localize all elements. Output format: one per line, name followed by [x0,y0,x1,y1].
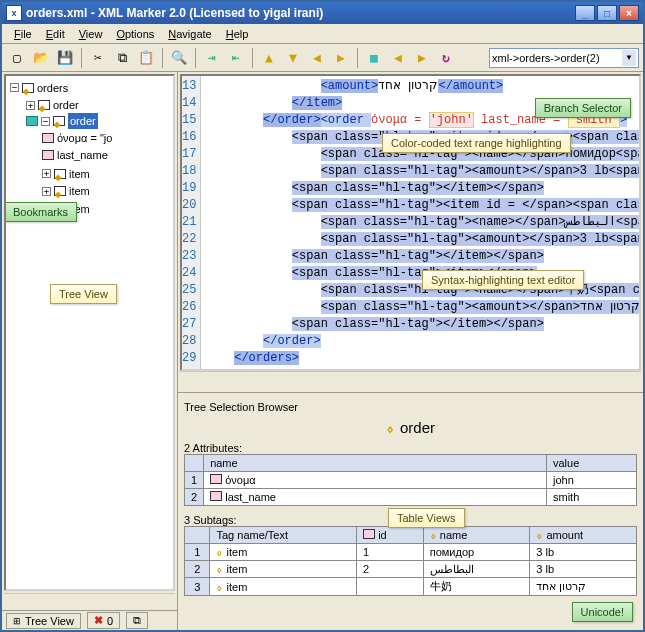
tag-icon: ⬨ [216,581,223,593]
menubar: File Edit View Options Navigate Help [2,24,643,44]
cut-icon[interactable]: ✂ [87,47,109,69]
callout-branch-selector: Branch Selector [535,98,631,118]
tree-scrollbar[interactable] [4,593,175,610]
col-name[interactable]: ⬨ name [423,527,530,544]
menu-edit[interactable]: Edit [40,26,71,42]
table-row: 1⬨ item1помидор3 lb [185,544,637,561]
next-bookmark-icon[interactable]: ▶ [411,47,433,69]
errors-count: 0 [107,615,113,627]
expand-icon[interactable]: + [42,169,51,178]
tag-icon: ◆ [54,169,66,179]
tag-icon: ◆ [54,186,66,196]
callout-table-views: Table Views [388,508,465,528]
tag-icon: ⬨ [386,420,394,436]
code-editor[interactable]: 13 14 15 16 17 18 19 20 21 22 23 24 25 2… [180,74,641,371]
line-gutter: 13 14 15 16 17 18 19 20 21 22 23 24 25 2… [182,76,201,369]
minimize-button[interactable]: _ [575,5,595,21]
attr-icon [42,150,54,160]
errors-tab[interactable]: ✖0 [87,612,120,629]
branch-selector-text: xml->orders->order(2) [492,52,600,64]
callout-treeview: Tree View [50,284,117,304]
table-row: 1 όνομαjohn [185,472,637,489]
paste-icon[interactable]: 📋 [135,47,157,69]
table-row: 3⬨ item牛奶קרטון אחד [185,578,637,596]
tag-icon: ⬨ [536,529,543,541]
menu-view[interactable]: View [73,26,109,42]
new-icon[interactable]: ▢ [6,47,28,69]
callout-color-highlighting: Color-coded text range highlighting [382,133,571,153]
window-title: orders.xml - XML Marker 2.0 (Licensed to… [26,6,323,20]
expand-icon[interactable]: + [42,187,51,196]
attr-icon [210,491,222,501]
col-amount[interactable]: ⬨ amount [530,527,637,544]
tree-node-item[interactable]: item [69,183,90,199]
copy-icon[interactable]: ⧉ [111,47,133,69]
col-id[interactable]: id [357,527,424,544]
tree-attr[interactable]: όνομα = "jo [57,130,112,146]
tree-attr[interactable]: last_name [57,147,108,163]
treeview-tab-label: Tree View [25,615,74,627]
tree-node-item[interactable]: item [69,166,90,182]
selection-browser: Tree Selection Browser ⬨order 2 Attribut… [178,392,643,630]
chevron-down-icon[interactable]: ▼ [622,50,636,66]
collapse-icon[interactable]: − [10,83,19,92]
subtags-table[interactable]: Tag name/Text id ⬨ name ⬨ amount 1⬨ item… [184,526,637,596]
callout-bookmarks: Bookmarks [4,202,77,222]
indent-icon[interactable]: ⇥ [201,47,223,69]
app-icon: x [6,5,22,21]
callout-syntax-editor: Syntax-highlighting text editor [422,270,584,290]
toolbar: ▢ 📂 💾 ✂ ⧉ 📋 🔍 ⇥ ⇤ ▲ ▼ ◀ ▶ ■ ◀ ▶ ↻ xml->o… [2,44,643,72]
nav-down-icon[interactable]: ▼ [282,47,304,69]
open-icon[interactable]: 📂 [30,47,52,69]
bookmark-marker-icon [26,116,38,126]
selection-heading: order [400,419,435,436]
col-tagname[interactable]: Tag name/Text [210,527,357,544]
tree-node-orders[interactable]: orders [37,80,68,96]
nav-right-icon[interactable]: ▶ [330,47,352,69]
nav-left-icon[interactable]: ◀ [306,47,328,69]
refresh-icon[interactable]: ↻ [435,47,457,69]
menu-navigate[interactable]: Navigate [162,26,217,42]
status-extra[interactable]: ⧉ [126,612,148,629]
attr-icon [210,474,222,484]
maximize-button[interactable]: □ [597,5,617,21]
tree-node-order-selected[interactable]: order [68,113,98,129]
table-row: 2 last_namesmith [185,489,637,506]
attr-icon [363,529,375,539]
attributes-label: 2 Attributes: [184,442,637,454]
bookmark-icon[interactable]: ■ [363,47,385,69]
attr-icon [42,133,54,143]
tree-view[interactable]: −◆orders +◆order −◆order όνομα = "jo las… [4,74,175,591]
branch-selector[interactable]: xml->orders->order(2) ▼ [489,48,639,68]
outdent-icon[interactable]: ⇤ [225,47,247,69]
callout-unicode: Unicode! [572,602,633,622]
save-icon[interactable]: 💾 [54,47,76,69]
col-name[interactable]: name [204,455,547,472]
treeview-tab[interactable]: ⊞Tree View [6,613,81,629]
expand-icon[interactable]: + [26,101,35,110]
tag-icon: ⬨ [216,546,223,558]
prev-bookmark-icon[interactable]: ◀ [387,47,409,69]
tag-icon: ⬨ [430,529,437,541]
selection-browser-title: Tree Selection Browser [184,401,637,413]
code-area[interactable]: <amount>קרטון אחד</amount> </item> </ord… [201,76,641,369]
tag-icon: ◆ [22,83,34,93]
find-icon[interactable]: 🔍 [168,47,190,69]
tree-node-order[interactable]: order [53,97,79,113]
menu-help[interactable]: Help [220,26,255,42]
tag-icon: ◆ [38,100,50,110]
col-value[interactable]: value [547,455,637,472]
nav-up-icon[interactable]: ▲ [258,47,280,69]
titlebar: x orders.xml - XML Marker 2.0 (Licensed … [2,2,643,24]
menu-options[interactable]: Options [110,26,160,42]
close-button[interactable]: × [619,5,639,21]
table-row: 2⬨ item2البطاطس3 lb [185,561,637,578]
editor-hscrollbar[interactable] [180,371,641,388]
left-statusbar: ⊞Tree View ✖0 ⧉ [2,610,177,630]
attributes-table[interactable]: namevalue 1 όνομαjohn 2 last_namesmith [184,454,637,506]
tag-icon: ⬨ [216,563,223,575]
menu-file[interactable]: File [8,26,38,42]
tag-icon: ◆ [53,116,65,126]
collapse-icon[interactable]: − [41,117,50,126]
